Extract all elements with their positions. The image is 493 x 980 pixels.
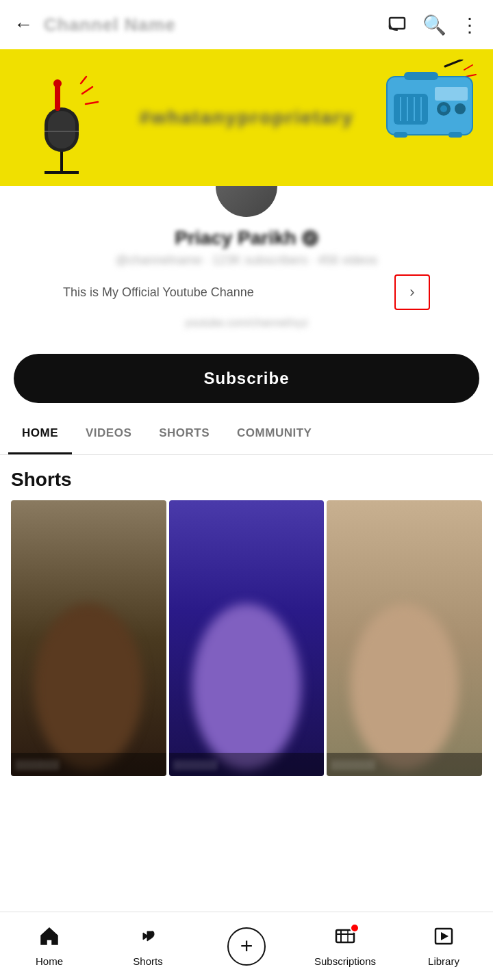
svg-point-7 [53, 79, 62, 88]
channel-desc-row: This is My Official Youtube Channe › [14, 274, 479, 310]
short-thumbnail-face [34, 604, 143, 769]
short-title-bar: ░░░░░░░ [169, 753, 325, 776]
svg-line-13 [466, 75, 476, 77]
nav-subscriptions-label: Subscriptions [314, 955, 376, 967]
shorts-section: Shorts ░░░░░░░ ░░░░░░░ ░░░░░░░ [0, 455, 493, 776]
tab-videos[interactable]: VIDEOS [72, 414, 145, 454]
svg-line-8 [82, 87, 92, 94]
cast-icon[interactable] [388, 14, 409, 36]
channel-stats: @channelname · 123K subscribers · 456 vi… [116, 253, 378, 268]
svg-rect-4 [48, 111, 75, 149]
short-item[interactable]: ░░░░░░░ [11, 500, 166, 776]
channel-banner: #whatanyproprietary [0, 49, 493, 186]
svg-marker-33 [441, 932, 448, 940]
short-thumbnail-face [192, 604, 301, 769]
svg-line-9 [86, 102, 98, 104]
bottom-navigation: Home Shorts + Subscriptions [0, 912, 493, 980]
short-title: ░░░░░░░ [331, 760, 375, 770]
svg-rect-16 [394, 94, 428, 125]
banner-text: #whatanyproprietary [139, 107, 353, 129]
svg-rect-25 [404, 72, 438, 80]
create-button[interactable]: + [227, 927, 266, 966]
nav-shorts-label: Shorts [133, 955, 162, 967]
subscriptions-icon [335, 926, 355, 951]
shorts-section-title: Shorts [11, 469, 482, 491]
expand-description-button[interactable]: › [394, 274, 430, 310]
channel-link[interactable]: youtube.com/channel/xyz [185, 317, 309, 329]
nav-subscriptions[interactable]: Subscriptions [296, 926, 394, 967]
svg-rect-27 [448, 132, 462, 138]
subscribe-label: Subscribe [203, 369, 289, 388]
tab-community[interactable]: COMMUNITY [223, 414, 325, 454]
channel-name: Priacy Parikh ✓ [175, 227, 318, 249]
svg-rect-26 [394, 132, 407, 138]
short-item[interactable]: ░░░░░░░ [327, 500, 482, 776]
library-icon [433, 926, 454, 951]
mic-illustration [21, 73, 103, 183]
svg-line-11 [445, 60, 462, 66]
channel-description: This is My Official Youtube Channe [63, 285, 392, 300]
svg-line-12 [464, 65, 472, 70]
shorts-icon [138, 926, 158, 951]
nav-home[interactable]: Home [0, 926, 99, 967]
nav-create[interactable]: + [197, 927, 296, 966]
svg-point-23 [440, 105, 447, 112]
svg-point-24 [455, 103, 466, 114]
svg-rect-21 [435, 87, 468, 101]
shorts-grid: ░░░░░░░ ░░░░░░░ ░░░░░░░ [11, 500, 482, 776]
svg-rect-0 [390, 18, 405, 29]
subscriptions-badge [350, 923, 359, 933]
short-thumbnail-face [350, 604, 459, 769]
nav-library-label: Library [428, 955, 459, 967]
radio-illustration [383, 60, 479, 142]
subscribe-button[interactable]: Subscribe [14, 354, 479, 403]
more-options-icon[interactable]: ⋮ [460, 14, 479, 36]
short-title-bar: ░░░░░░░ [11, 753, 166, 776]
short-item[interactable]: ░░░░░░░ [169, 500, 325, 776]
nav-home-label: Home [36, 955, 63, 967]
search-icon[interactable]: 🔍 [422, 14, 446, 36]
back-button[interactable]: ← [14, 14, 33, 36]
channel-title-nav: Channel Name [44, 14, 176, 36]
plus-icon: + [240, 933, 253, 959]
short-title: ░░░░░░░ [173, 760, 217, 770]
tab-home[interactable]: HOME [8, 414, 72, 454]
home-icon [39, 926, 60, 951]
nav-left: ← Channel Name [14, 14, 176, 36]
nav-icons: 🔍 ⋮ [388, 14, 479, 36]
nav-library[interactable]: Library [394, 926, 493, 967]
short-title: ░░░░░░░ [15, 760, 59, 770]
channel-tabs: HOME VIDEOS SHORTS COMMUNITY [0, 414, 493, 455]
channel-info: Priacy Parikh ✓ @channelname · 123K subs… [0, 186, 493, 343]
tab-shorts[interactable]: SHORTS [145, 414, 223, 454]
chevron-right-icon: › [409, 283, 414, 301]
verified-badge: ✓ [302, 230, 318, 246]
short-title-bar: ░░░░░░░ [327, 753, 482, 776]
svg-line-10 [81, 77, 86, 83]
nav-shorts[interactable]: Shorts [99, 926, 197, 967]
top-navigation: ← Channel Name 🔍 ⋮ [0, 0, 493, 49]
